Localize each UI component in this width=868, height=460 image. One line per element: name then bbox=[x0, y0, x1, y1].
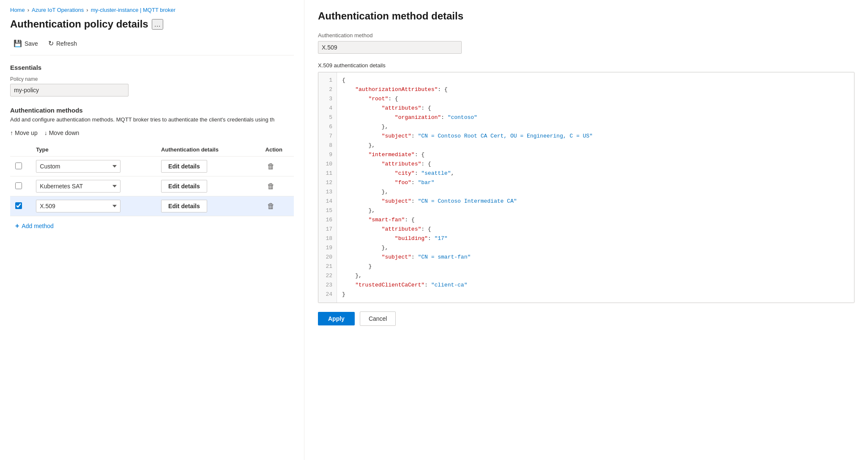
code-line: "subject": "CN = Contoso Intermediate CA… bbox=[342, 197, 849, 206]
edit-details-button-1[interactable]: Edit details bbox=[161, 180, 207, 193]
right-panel-title: Authentication method details bbox=[318, 10, 854, 22]
essentials-title: Essentials bbox=[10, 64, 294, 71]
save-icon: 💾 bbox=[14, 39, 22, 47]
col-action: Action bbox=[260, 143, 294, 157]
row-checkbox-1[interactable] bbox=[15, 182, 22, 189]
code-line: "authorizationAttributes": { bbox=[342, 85, 849, 94]
breadcrumb: Home › Azure IoT Operations › my-cluster… bbox=[10, 7, 294, 13]
table-row: Custom Kubernetes SAT X.509 Edit details… bbox=[10, 176, 294, 196]
code-line: { bbox=[342, 76, 849, 85]
breadcrumb-home[interactable]: Home bbox=[10, 7, 25, 13]
code-line: }, bbox=[342, 206, 849, 215]
code-line: "building": "17" bbox=[342, 234, 849, 243]
row-checkbox-0[interactable] bbox=[15, 163, 22, 169]
breadcrumb-azure-iot[interactable]: Azure IoT Operations bbox=[32, 7, 84, 13]
add-method-button[interactable]: + Add method bbox=[10, 218, 59, 234]
code-line: "organization": "contoso" bbox=[342, 113, 849, 122]
page-title: Authentication policy details ... bbox=[10, 18, 294, 30]
essentials-section: Essentials Policy name bbox=[10, 64, 294, 105]
code-line: "city": "seattle", bbox=[342, 169, 849, 178]
bottom-buttons: Apply Cancel bbox=[318, 311, 854, 326]
policy-name-input[interactable] bbox=[10, 84, 129, 96]
auth-methods-section: Authentication methods Add and configure… bbox=[10, 107, 294, 234]
auth-method-input[interactable] bbox=[318, 41, 462, 54]
add-icon: + bbox=[15, 222, 19, 230]
delete-button-2[interactable]: 🗑 bbox=[266, 200, 277, 212]
methods-table: Type Authentication details Action Custo… bbox=[10, 143, 294, 216]
x509-auth-label: X.509 authentication details bbox=[318, 62, 854, 69]
code-line: "foo": "bar" bbox=[342, 178, 849, 187]
move-up-button[interactable]: ↑ Move up bbox=[10, 128, 38, 138]
cancel-button[interactable]: Cancel bbox=[360, 311, 396, 326]
code-lines[interactable]: { "authorizationAttributes": { "root": {… bbox=[337, 72, 854, 303]
refresh-button[interactable]: ↻ Refresh bbox=[45, 37, 80, 50]
col-checkbox bbox=[10, 143, 31, 157]
code-line: }, bbox=[342, 141, 849, 150]
move-up-icon: ↑ bbox=[10, 129, 13, 136]
auth-method-label: Authentication method bbox=[318, 32, 854, 39]
code-line: "smart-fan": { bbox=[342, 215, 849, 225]
edit-details-button-2[interactable]: Edit details bbox=[161, 200, 207, 212]
code-line: "subject": "CN = Contoso Root CA Cert, O… bbox=[342, 132, 849, 141]
auth-methods-desc: Add and configure authentication methods… bbox=[10, 116, 294, 123]
delete-button-0[interactable]: 🗑 bbox=[266, 160, 277, 173]
apply-button[interactable]: Apply bbox=[318, 312, 355, 325]
toolbar: 💾 Save ↻ Refresh bbox=[10, 37, 294, 55]
edit-details-button-0[interactable]: Edit details bbox=[161, 160, 207, 173]
table-row: Custom Kubernetes SAT X.509 Edit details… bbox=[10, 196, 294, 216]
code-line: "trustedClientCaCert": "client-ca" bbox=[342, 281, 849, 290]
table-row: Custom Kubernetes SAT X.509 Edit details… bbox=[10, 157, 294, 176]
code-line: "attributes": { bbox=[342, 104, 849, 113]
refresh-icon: ↻ bbox=[48, 39, 54, 47]
auth-methods-title: Authentication methods bbox=[10, 107, 294, 114]
type-select-1[interactable]: Custom Kubernetes SAT X.509 bbox=[36, 180, 120, 193]
right-panel: Authentication method details Authentica… bbox=[304, 0, 868, 460]
code-line: } bbox=[342, 262, 849, 271]
code-line: }, bbox=[342, 122, 849, 132]
code-line: }, bbox=[342, 243, 849, 253]
delete-button-1[interactable]: 🗑 bbox=[266, 180, 277, 193]
move-buttons: ↑ Move up ↓ Move down bbox=[10, 128, 294, 138]
move-down-icon: ↓ bbox=[44, 129, 47, 136]
row-checkbox-2[interactable] bbox=[15, 202, 22, 209]
move-down-button[interactable]: ↓ Move down bbox=[44, 128, 79, 138]
policy-name-label: Policy name bbox=[10, 76, 294, 82]
code-line: "attributes": { bbox=[342, 160, 849, 169]
code-line: "intermediate": { bbox=[342, 150, 849, 160]
code-line: }, bbox=[342, 271, 849, 281]
type-select-0[interactable]: Custom Kubernetes SAT X.509 bbox=[36, 160, 120, 173]
code-line: "attributes": { bbox=[342, 225, 849, 234]
code-line: } bbox=[342, 290, 849, 299]
code-line: "subject": "CN = smart-fan" bbox=[342, 253, 849, 262]
col-type: Type bbox=[31, 143, 156, 157]
code-editor: 123456789101112131415161718192021222324 … bbox=[318, 72, 854, 303]
breadcrumb-cluster[interactable]: my-cluster-instance | MQTT broker bbox=[91, 7, 175, 13]
save-button[interactable]: 💾 Save bbox=[10, 37, 41, 50]
col-auth-details: Authentication details bbox=[156, 143, 260, 157]
left-panel: Home › Azure IoT Operations › my-cluster… bbox=[0, 0, 304, 460]
code-line: "root": { bbox=[342, 94, 849, 104]
type-select-2[interactable]: Custom Kubernetes SAT X.509 bbox=[36, 200, 120, 212]
more-options-button[interactable]: ... bbox=[152, 19, 163, 30]
code-line: }, bbox=[342, 187, 849, 197]
line-numbers: 123456789101112131415161718192021222324 bbox=[318, 72, 337, 303]
